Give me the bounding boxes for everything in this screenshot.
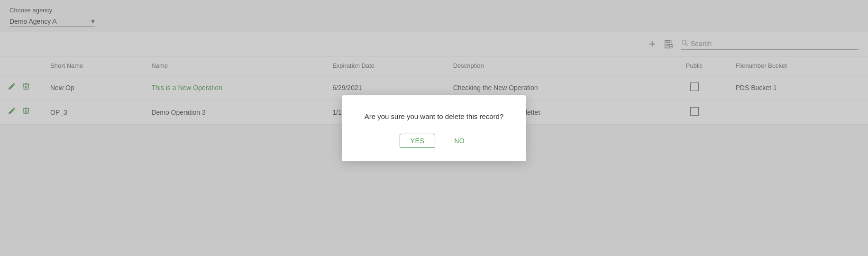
modal-buttons: YES NO [400, 134, 469, 148]
page-wrapper: Choose agency Demo Agency A ▾ + [0, 0, 868, 256]
modal-yes-button[interactable]: YES [400, 134, 436, 148]
modal-message: Are you sure you want to delete this rec… [365, 112, 504, 120]
modal-overlay: Are you sure you want to delete this rec… [0, 0, 868, 256]
confirm-delete-modal: Are you sure you want to delete this rec… [342, 95, 527, 161]
modal-no-button[interactable]: NO [450, 134, 468, 147]
